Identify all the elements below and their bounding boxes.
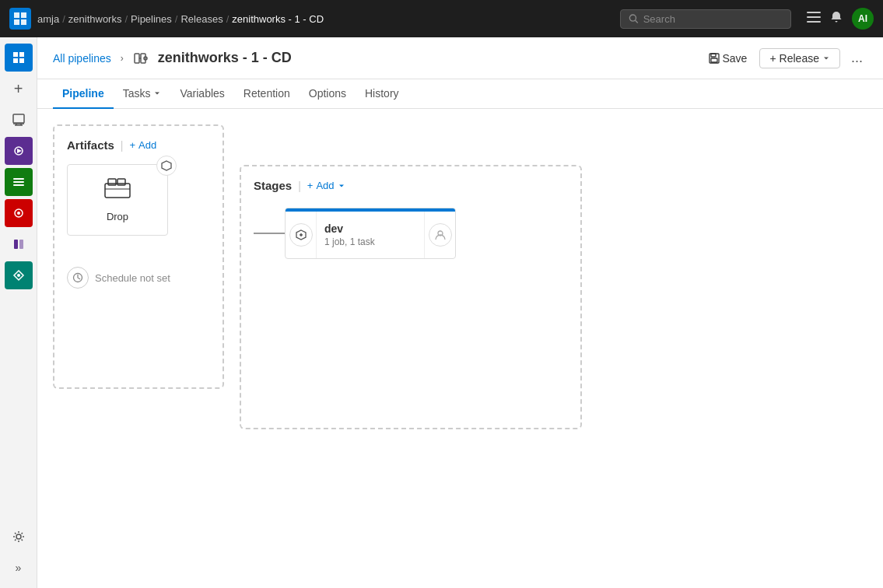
sidebar-item-artifacts[interactable] [5, 199, 33, 227]
more-dots: ... [851, 50, 863, 65]
tab-variables[interactable]: Variables [170, 79, 233, 109]
breadcrumb-current: zenithworks - 1 - CD [232, 13, 324, 25]
svg-rect-7 [807, 16, 821, 18]
artifacts-add-button[interactable]: + Add [130, 139, 157, 151]
settings-icon[interactable] [5, 523, 33, 551]
svg-marker-36 [162, 161, 171, 170]
all-pipelines-link[interactable]: All pipelines [53, 52, 111, 65]
topbar: amja / zenithworks / Pipelines / Release… [0, 0, 883, 37]
sidebar-item-repos[interactable] [5, 106, 33, 134]
more-options-button[interactable]: ... [846, 47, 867, 69]
svg-rect-13 [13, 114, 24, 123]
release-plus: + [769, 52, 776, 65]
app-logo[interactable] [9, 8, 31, 30]
stages-title: Stages [254, 179, 292, 192]
user-avatar[interactable]: AI [852, 8, 874, 30]
sidebar-item-home[interactable] [5, 44, 33, 72]
svg-rect-29 [135, 54, 139, 63]
tab-bar: Pipeline Tasks Variables Retention Optio… [37, 79, 883, 109]
stages-panel: Stages | + Add [240, 165, 582, 429]
svg-rect-11 [13, 58, 18, 63]
tab-history[interactable]: History [356, 79, 408, 109]
svg-rect-39 [108, 179, 116, 185]
sidebar-item-extensions[interactable] [5, 261, 33, 289]
sidebar-item-add[interactable]: + [5, 75, 33, 103]
list-icon[interactable] [807, 12, 821, 26]
schedule-section[interactable]: Schedule not set [67, 267, 210, 289]
svg-rect-9 [13, 52, 18, 57]
svg-rect-22 [13, 184, 24, 186]
pipeline-title: zenithworks - 1 - CD [158, 50, 292, 66]
breadcrumb-zenithworks[interactable]: zenithworks [68, 13, 122, 25]
tab-pipeline[interactable]: Pipeline [53, 79, 114, 109]
stages-panel-header: Stages | + Add [254, 179, 568, 192]
stage-approvals-button[interactable] [429, 223, 452, 247]
header-actions: Save + Release ... [703, 47, 868, 69]
svg-rect-3 [21, 19, 26, 25]
svg-point-27 [17, 274, 20, 277]
svg-point-4 [629, 15, 636, 21]
svg-rect-6 [807, 12, 821, 13]
artifact-icon [103, 177, 131, 206]
svg-rect-8 [807, 21, 821, 23]
tab-retention[interactable]: Retention [234, 79, 300, 109]
artifacts-add-label: Add [138, 139, 156, 151]
tab-tasks[interactable]: Tasks [114, 79, 171, 109]
artifact-card[interactable]: Drop [67, 164, 168, 236]
stage-info: dev 1 job, 1 task [317, 215, 424, 255]
svg-point-28 [16, 534, 21, 539]
svg-rect-21 [13, 181, 24, 183]
release-label: Release [780, 52, 819, 65]
sidebar-item-pipelines[interactable] [5, 137, 33, 165]
artifact-badge[interactable] [156, 156, 177, 176]
search-input[interactable] [643, 13, 783, 25]
breadcrumb-sep-4: / [226, 13, 230, 25]
header-chevron: › [121, 53, 124, 64]
breadcrumb-amja[interactable]: amja [37, 13, 59, 25]
schedule-label: Schedule not set [95, 272, 170, 284]
stages-add-button[interactable]: + Add [307, 180, 345, 191]
content-area: All pipelines › zenithworks - 1 - CD Sav… [37, 37, 883, 588]
save-button[interactable]: Save [703, 49, 754, 68]
tasks-chevron-icon [153, 89, 161, 97]
stage-area: dev 1 job, 1 task [254, 208, 568, 259]
breadcrumb-sep-3: / [175, 13, 178, 25]
topbar-icons: AI [807, 8, 874, 30]
tab-options[interactable]: Options [300, 79, 356, 109]
stage-trigger-button[interactable] [289, 223, 313, 247]
svg-rect-1 [21, 12, 26, 18]
svg-rect-12 [19, 58, 24, 63]
artifacts-panel-header: Artifacts | + Add [67, 138, 210, 152]
breadcrumb-releases[interactable]: Releases [180, 13, 223, 25]
stages-add-plus: + [307, 180, 314, 191]
stage-meta: 1 job, 1 task [324, 236, 416, 247]
svg-rect-30 [141, 54, 145, 63]
breadcrumb-pipelines[interactable]: Pipelines [131, 13, 172, 25]
artifact-name: Drop [107, 211, 128, 222]
sidebar: + [0, 37, 37, 588]
stages-area: Stages | + Add [240, 165, 582, 429]
sidebar-item-testplans[interactable] [5, 230, 33, 258]
svg-rect-26 [19, 240, 23, 249]
stages-add-label: Add [316, 180, 334, 191]
stages-sep: | [298, 180, 301, 192]
pipeline-canvas: Artifacts | + Add [37, 109, 883, 588]
connector-line [254, 233, 285, 234]
artifacts-add-plus: + [130, 139, 136, 151]
stage-card[interactable]: dev 1 job, 1 task [285, 208, 456, 259]
release-button[interactable]: + Release [759, 48, 840, 68]
svg-rect-0 [14, 12, 19, 18]
svg-point-24 [17, 212, 20, 215]
breadcrumb: amja / zenithworks / Pipelines / Release… [37, 13, 324, 25]
stage-left-btn [286, 212, 317, 258]
stages-add-chevron [338, 182, 345, 190]
artifacts-title: Artifacts [67, 138, 114, 152]
svg-rect-34 [711, 54, 716, 57]
artifacts-sep: | [121, 139, 124, 152]
pipeline-header-icon [133, 51, 149, 66]
stage-name: dev [324, 222, 416, 235]
collapse-icon[interactable]: » [5, 554, 33, 582]
canvas-row: Artifacts | + Add [53, 124, 867, 429]
notifications-icon[interactable] [830, 11, 843, 26]
sidebar-item-boards[interactable] [5, 168, 33, 196]
